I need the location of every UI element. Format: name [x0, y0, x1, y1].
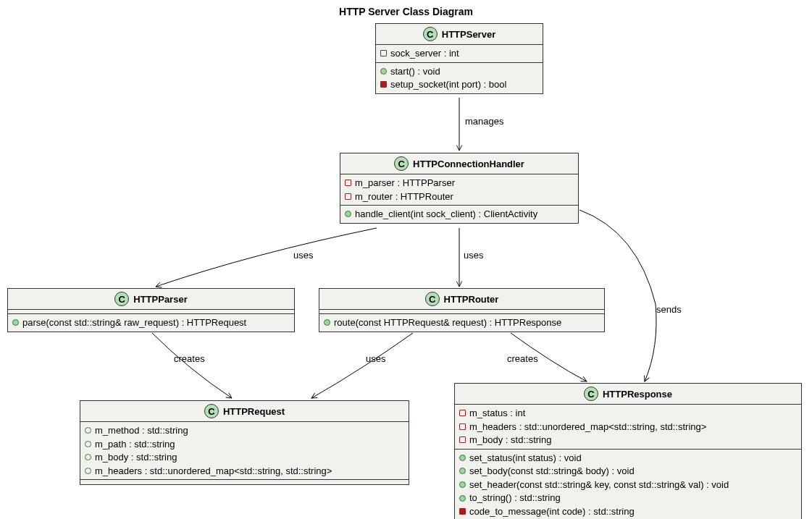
member-text: m_router : HTTPRouter — [355, 190, 453, 203]
class-icon: C — [204, 404, 219, 418]
field: m_method : std::string — [85, 424, 404, 437]
class-icon: C — [114, 292, 129, 306]
member-text: m_method : std::string — [95, 424, 188, 437]
member-text: m_body : std::string — [469, 434, 551, 447]
method: setup_socket(int port) : bool — [380, 78, 538, 91]
vis-icon — [324, 319, 330, 326]
edge-label-creates: creates — [507, 353, 538, 364]
field: m_router : HTTPRouter — [345, 190, 574, 203]
vis-icon — [459, 495, 466, 502]
member-text: m_headers : std::unordered_map<std::stri… — [469, 421, 706, 434]
field: m_path : std::string — [85, 438, 404, 451]
member-text: code_to_message(int code) : std::string — [469, 505, 635, 518]
class-title: C HTTPRouter — [319, 289, 604, 310]
class-name: HTTPConnectionHandler — [413, 159, 524, 169]
edge-label-creates: creates — [174, 353, 205, 364]
edge-label-uses: uses — [293, 250, 313, 261]
vis-icon — [345, 180, 351, 186]
methods-section — [80, 480, 409, 484]
member-text: set_header(const std::string& key, const… — [469, 478, 729, 491]
methods-section: set_status(int status) : void set_body(c… — [455, 450, 801, 519]
class-name: HTTPRouter — [444, 294, 499, 305]
vis-icon — [85, 441, 91, 447]
vis-icon — [345, 211, 351, 217]
diagram-title: HTTP Server Class Diagram — [0, 6, 812, 17]
method: set_header(const std::string& key, const… — [459, 478, 797, 491]
vis-icon — [459, 481, 466, 488]
field: m_headers : std::unordered_map<std::stri… — [85, 465, 404, 478]
vis-icon — [12, 319, 19, 326]
field: m_body : std::string — [459, 434, 797, 447]
member-text: m_body : std::string — [95, 451, 177, 464]
edge-label-uses: uses — [464, 250, 483, 261]
methods-section: parse(const std::string& raw_request) : … — [8, 314, 294, 332]
vis-icon — [459, 436, 466, 443]
member-text: route(const HTTPRequest& request) : HTTP… — [334, 316, 561, 329]
edge-label-uses: uses — [366, 353, 385, 364]
class-name: HTTPResponse — [603, 389, 672, 400]
vis-icon — [380, 50, 387, 56]
field: m_parser : HTTPParser — [345, 177, 574, 190]
methods-section: route(const HTTPRequest& request) : HTTP… — [319, 314, 604, 332]
field: m_body : std::string — [85, 451, 404, 464]
method: start() : void — [380, 65, 538, 78]
edge-label-manages: manages — [465, 116, 503, 127]
field: m_status : int — [459, 407, 797, 420]
class-name: HTTPServer — [442, 29, 495, 40]
field: m_headers : std::unordered_map<std::stri… — [459, 421, 797, 434]
fields-section: m_status : int m_headers : std::unordere… — [455, 405, 801, 450]
methods-section: start() : void setup_socket(int port) : … — [376, 63, 543, 93]
class-httprouter: C HTTPRouter route(const HTTPRequest& re… — [319, 288, 605, 332]
class-icon: C — [584, 387, 598, 401]
class-httpserver: C HTTPServer sock_server : int start() :… — [375, 23, 543, 94]
vis-icon — [85, 454, 91, 460]
class-httpconnectionhandler: C HTTPConnectionHandler m_parser : HTTPP… — [340, 153, 579, 224]
method: handle_client(int sock_client) : ClientA… — [345, 208, 574, 221]
method: set_status(int status) : void — [459, 452, 797, 465]
vis-icon — [459, 508, 466, 515]
member-text: m_headers : std::unordered_map<std::stri… — [95, 465, 332, 478]
class-title: C HTTPRequest — [80, 401, 409, 422]
class-title: C HTTPParser — [8, 289, 294, 310]
class-name: HTTPParser — [133, 294, 187, 305]
methods-section: handle_client(int sock_client) : ClientA… — [340, 206, 578, 223]
method: set_body(const std::string& body) : void — [459, 465, 797, 478]
edge-label-sends: sends — [656, 304, 682, 315]
member-text: handle_client(int sock_client) : ClientA… — [355, 208, 537, 221]
member-text: set_body(const std::string& body) : void — [469, 465, 635, 478]
method: code_to_message(int code) : std::string — [459, 505, 797, 518]
member-text: m_parser : HTTPParser — [355, 177, 455, 190]
class-httprequest: C HTTPRequest m_method : std::string m_p… — [80, 400, 409, 485]
vis-icon — [85, 427, 91, 434]
field: sock_server : int — [380, 47, 538, 60]
fields-section: sock_server : int — [376, 45, 543, 63]
class-title: C HTTPConnectionHandler — [340, 153, 578, 174]
class-title: C HTTPResponse — [455, 384, 801, 405]
member-text: set_status(int status) : void — [469, 452, 582, 465]
member-text: sock_server : int — [390, 47, 459, 60]
member-text: to_string() : std::string — [469, 491, 561, 505]
class-httpparser: C HTTPParser parse(const std::string& ra… — [7, 288, 295, 332]
member-text: m_status : int — [469, 407, 525, 420]
fields-section: m_parser : HTTPParser m_router : HTTPRou… — [340, 174, 578, 206]
class-httpresponse: C HTTPResponse m_status : int m_headers … — [454, 383, 802, 519]
member-text: m_path : std::string — [95, 438, 175, 451]
class-icon: C — [394, 156, 409, 171]
vis-icon — [345, 193, 351, 200]
method: to_string() : std::string — [459, 491, 797, 505]
method: parse(const std::string& raw_request) : … — [12, 316, 290, 329]
class-title: C HTTPServer — [376, 24, 543, 45]
member-text: parse(const std::string& raw_request) : … — [22, 316, 246, 329]
vis-icon — [459, 410, 466, 416]
vis-icon — [85, 468, 91, 474]
class-name: HTTPRequest — [223, 406, 285, 417]
class-icon: C — [423, 27, 438, 41]
member-text: start() : void — [390, 65, 440, 78]
vis-icon — [459, 468, 466, 474]
fields-section: m_method : std::string m_path : std::str… — [80, 422, 409, 480]
vis-icon — [380, 81, 387, 88]
vis-icon — [459, 455, 466, 461]
class-icon: C — [425, 292, 440, 306]
vis-icon — [459, 423, 466, 430]
method: route(const HTTPRequest& request) : HTTP… — [324, 316, 600, 329]
